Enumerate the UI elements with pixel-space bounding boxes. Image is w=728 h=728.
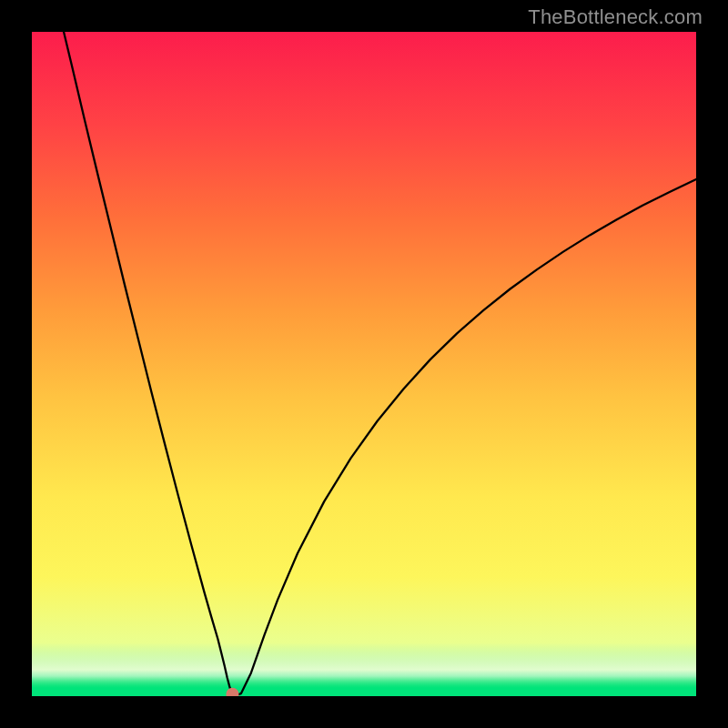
chart-frame	[32, 32, 696, 696]
plot-area	[32, 32, 696, 696]
minimum-marker	[226, 688, 238, 696]
bottleneck-curve	[64, 32, 696, 695]
watermark-text: TheBottleneck.com	[528, 5, 703, 29]
curve-svg	[32, 32, 696, 696]
